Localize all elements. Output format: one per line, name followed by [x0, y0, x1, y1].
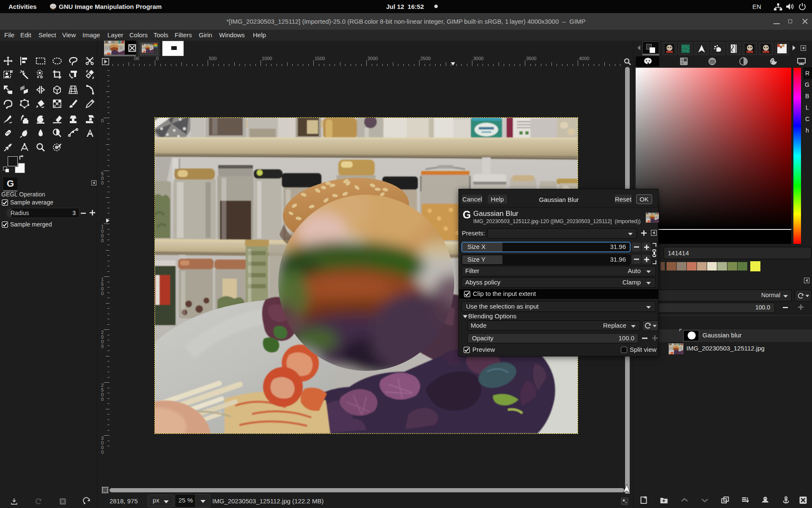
svg-text:Y: Y — [681, 62, 683, 65]
svg-text:C: C — [681, 58, 683, 61]
